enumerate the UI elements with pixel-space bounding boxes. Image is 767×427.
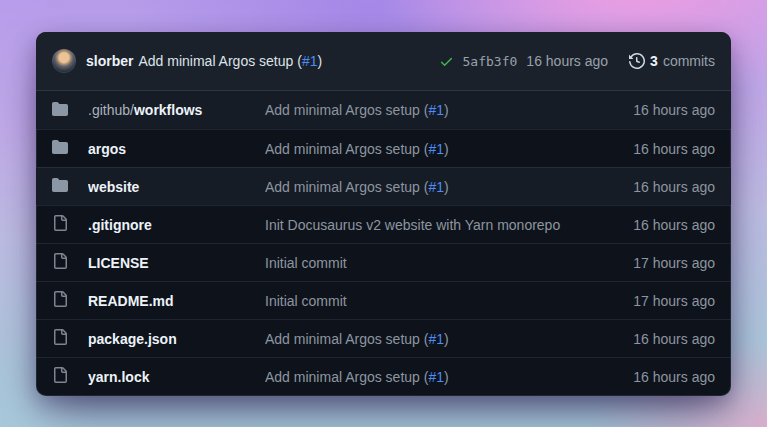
commit-time: 16 hours ago xyxy=(526,53,608,69)
pr-link[interactable]: #1 xyxy=(428,102,444,118)
file-name: README.md xyxy=(88,293,174,309)
check-icon[interactable] xyxy=(439,54,454,69)
row-icon-cell xyxy=(52,291,88,310)
repo-file-card: slorber Add minimal Argos setup (#1) 5af… xyxy=(36,32,731,396)
file-time: 16 hours ago xyxy=(621,217,715,233)
commit-message-link[interactable]: Initial commit xyxy=(265,293,621,309)
commits-count: 3 xyxy=(650,53,658,69)
pr-link[interactable]: #1 xyxy=(428,141,444,157)
file-name-link[interactable]: argos xyxy=(88,141,265,157)
file-name-link[interactable]: .github/workflows xyxy=(88,102,265,118)
file-name: .gitignore xyxy=(88,217,152,233)
file-row: README.md Initial commit 17 hours ago xyxy=(36,281,731,319)
file-time: 16 hours ago xyxy=(621,179,715,195)
file-list: .github/workflows Add minimal Argos setu… xyxy=(36,91,731,395)
commits-label: commits xyxy=(663,53,715,69)
row-icon-cell xyxy=(52,139,88,158)
file-row: argos Add minimal Argos setup (#1) 16 ho… xyxy=(36,129,731,167)
commit-message-link[interactable]: Add minimal Argos setup (#1) xyxy=(265,141,621,157)
commit-message: Add minimal Argos setup ( xyxy=(265,141,428,157)
file-name-link[interactable]: yarn.lock xyxy=(88,369,265,385)
row-icon-cell xyxy=(52,253,88,272)
commit-message-link[interactable]: Add minimal Argos setup (#1) xyxy=(265,179,621,195)
file-row: .gitignore Init Docusaurus v2 website wi… xyxy=(36,205,731,243)
file-name-link[interactable]: LICENSE xyxy=(88,255,265,271)
row-icon-cell xyxy=(52,177,88,196)
file-row: website Add minimal Argos setup (#1) 16 … xyxy=(36,167,731,205)
file-time: 16 hours ago xyxy=(621,331,715,347)
file-name: yarn.lock xyxy=(88,369,149,385)
file-row: package.json Add minimal Argos setup (#1… xyxy=(36,319,731,357)
history-icon xyxy=(629,53,645,69)
file-icon xyxy=(52,215,68,234)
pr-link[interactable]: #1 xyxy=(302,53,318,69)
commit-message: Add minimal Argos setup ( xyxy=(265,102,428,118)
row-icon-cell xyxy=(52,329,88,348)
commit-message: Initial commit xyxy=(265,255,347,271)
commit-message-link[interactable]: Add minimal Argos setup (#1) xyxy=(265,369,621,385)
file-time: 16 hours ago xyxy=(621,102,715,118)
commit-header: slorber Add minimal Argos setup (#1) 5af… xyxy=(36,32,731,91)
commit-message-link[interactable]: Init Docusaurus v2 website with Yarn mon… xyxy=(265,217,621,233)
commit-message-post: ) xyxy=(444,179,449,195)
commit-title-close: ) xyxy=(317,53,322,69)
file-row: yarn.lock Add minimal Argos setup (#1) 1… xyxy=(36,357,731,395)
pr-link[interactable]: #1 xyxy=(428,331,444,347)
file-name: workflows xyxy=(134,102,202,118)
file-icon xyxy=(52,367,68,386)
commit-message-post: ) xyxy=(444,369,449,385)
commit-message-link[interactable]: Add minimal Argos setup (#1) xyxy=(265,102,621,118)
file-time: 16 hours ago xyxy=(621,369,715,385)
commit-message: Add minimal Argos setup ( xyxy=(265,179,428,195)
file-name: package.json xyxy=(88,331,177,347)
file-time: 16 hours ago xyxy=(621,141,715,157)
folder-icon xyxy=(52,139,68,158)
row-icon-cell xyxy=(52,101,88,120)
file-name-link[interactable]: README.md xyxy=(88,293,265,309)
commit-message-post: ) xyxy=(444,331,449,347)
file-icon xyxy=(52,253,68,272)
commit-hash[interactable]: 5afb3f0 xyxy=(463,54,518,69)
commits-link[interactable]: 3 commits xyxy=(629,53,715,69)
file-time: 17 hours ago xyxy=(621,293,715,309)
pr-link[interactable]: #1 xyxy=(428,369,444,385)
commit-message: Initial commit xyxy=(265,293,347,309)
file-name: argos xyxy=(88,141,126,157)
file-name-prefix: .github/ xyxy=(88,102,134,118)
commit-message: Add minimal Argos setup ( xyxy=(265,331,428,347)
file-row: LICENSE Initial commit 17 hours ago xyxy=(36,243,731,281)
commit-title-text: Add minimal Argos setup ( xyxy=(138,53,301,69)
commit-author[interactable]: slorber xyxy=(86,53,133,69)
file-icon xyxy=(52,329,68,348)
row-icon-cell xyxy=(52,367,88,386)
commit-message-post: ) xyxy=(444,102,449,118)
file-icon xyxy=(52,291,68,310)
commit-message-link[interactable]: Initial commit xyxy=(265,255,621,271)
file-row: .github/workflows Add minimal Argos setu… xyxy=(36,91,731,129)
commit-title[interactable]: Add minimal Argos setup (#1) xyxy=(138,53,322,69)
commit-message-link[interactable]: Add minimal Argos setup (#1) xyxy=(265,331,621,347)
file-name: LICENSE xyxy=(88,255,149,271)
commit-message: Add minimal Argos setup ( xyxy=(265,369,428,385)
file-name-link[interactable]: .gitignore xyxy=(88,217,265,233)
file-name-link[interactable]: website xyxy=(88,179,265,195)
commit-meta: 5afb3f0 16 hours ago 3 commits xyxy=(439,53,715,69)
pr-link[interactable]: #1 xyxy=(428,179,444,195)
file-name-link[interactable]: package.json xyxy=(88,331,265,347)
file-name: website xyxy=(88,179,139,195)
commit-message: Init Docusaurus v2 website with Yarn mon… xyxy=(265,217,560,233)
file-time: 17 hours ago xyxy=(621,255,715,271)
row-icon-cell xyxy=(52,215,88,234)
commit-message-post: ) xyxy=(444,141,449,157)
avatar[interactable] xyxy=(52,49,76,73)
folder-icon xyxy=(52,101,68,120)
folder-icon xyxy=(52,177,68,196)
